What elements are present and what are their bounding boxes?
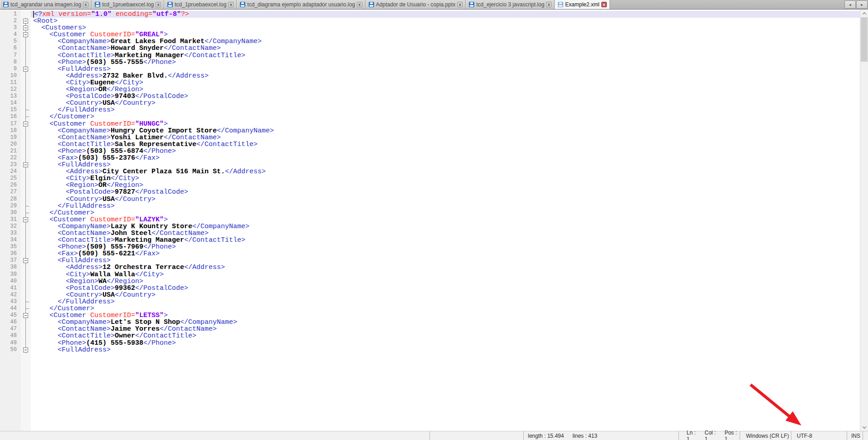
code-text[interactable]: <?xml version="1.0" encoding="utf-8"?>	[31, 11, 860, 18]
code-line[interactable]: 30 </Customer>	[0, 210, 860, 216]
code-text[interactable]: <Country>USA</Country>	[31, 292, 860, 298]
code-text[interactable]: <Customer CustomerID="LAZYK">	[31, 216, 860, 223]
code-text[interactable]: <Customer CustomerID="HUNGC">	[31, 121, 860, 127]
fold-collapse-icon[interactable]	[23, 217, 28, 222]
code-line[interactable]: 2<Root>	[0, 18, 860, 24]
code-line[interactable]: 6 <ContactName>Howard Snyder</ContactNam…	[0, 45, 860, 52]
code-line[interactable]: 29 </FullAddress>	[0, 203, 860, 210]
code-line[interactable]: 8 <Phone>(503) 555-7555</Phone>	[0, 59, 860, 66]
code-text[interactable]: <Fax>(503) 555-2376</Fax>	[31, 155, 860, 161]
code-line[interactable]: 5 <CompanyName>Great Lakes Food Market</…	[0, 38, 860, 45]
code-line[interactable]: 35 <Phone>(509) 555-7969</Phone>	[0, 244, 860, 250]
tab-4[interactable]: tcd_diagrama ejemplo adaptador usuario.l…	[237, 0, 366, 9]
code-text[interactable]: <Address>12 Orchestra Terrace</Address>	[31, 264, 860, 271]
code-line[interactable]: 48 <ContactTitle>Owner</ContactTitle>	[0, 332, 860, 339]
code-text[interactable]: <City>Walla Walla</City>	[31, 271, 860, 278]
editor-pane[interactable]: 1<?xml version="1.0" encoding="utf-8"?>2…	[0, 10, 860, 431]
code-text[interactable]: <ContactName>John Steel</ContactName>	[31, 230, 860, 237]
fold-collapse-icon[interactable]	[23, 347, 28, 352]
close-icon[interactable]: x	[357, 2, 362, 7]
fold-collapse-icon[interactable]	[23, 313, 28, 318]
code-line[interactable]: 23 <FullAddress>	[0, 161, 860, 168]
fold-collapse-icon[interactable]	[23, 25, 28, 30]
fold-marker-box[interactable]	[21, 312, 31, 319]
code-text[interactable]: <ContactName>Jaime Yorres</ContactName>	[31, 326, 860, 332]
status-encoding[interactable]: UTF-8	[791, 431, 847, 440]
code-line[interactable]: 46 <CompanyName>Let's Stop N Shop</Compa…	[0, 319, 860, 326]
code-text[interactable]: <Phone>(503) 555-7555</Phone>	[31, 59, 860, 66]
code-line[interactable]: 45 <Customer CustomerID="LETSS">	[0, 312, 860, 319]
code-line[interactable]: 37 <FullAddress>	[0, 257, 860, 264]
code-line[interactable]: 12 <Region>OR</Region>	[0, 86, 860, 93]
code-text[interactable]: </Customer>	[31, 113, 860, 120]
code-line[interactable]: 7 <ContactTitle>Marketing Manager</Conta…	[0, 52, 860, 59]
code-text[interactable]: <CompanyName>Let's Stop N Shop</CompanyN…	[31, 319, 860, 326]
code-line[interactable]: 49 <Phone>(415) 555-5938</Phone>	[0, 340, 860, 347]
code-text[interactable]: <Country>USA</Country>	[31, 100, 860, 107]
code-text[interactable]: <Root>	[31, 18, 860, 24]
code-line[interactable]: 24 <Address>City Center Plaza 516 Main S…	[0, 168, 860, 175]
close-icon[interactable]: x	[83, 2, 88, 7]
code-line[interactable]: 20 <ContactTitle>Sales Representative</C…	[0, 141, 860, 148]
code-line[interactable]: 41 <PostalCode>99362</PostalCode>	[0, 285, 860, 292]
code-line[interactable]: 9 <FullAddress>	[0, 66, 860, 73]
scrollbar-up-button[interactable]	[860, 10, 868, 17]
scrollbar-down-button[interactable]	[860, 424, 868, 431]
code-line[interactable]: 28 <Country>USA</Country>	[0, 196, 860, 203]
fold-collapse-icon[interactable]	[23, 122, 28, 127]
code-text[interactable]: <Customer CustomerID="GREAL">	[31, 31, 860, 38]
code-line[interactable]: 43 </FullAddress>	[0, 298, 860, 305]
close-icon[interactable]: x	[546, 2, 551, 7]
code-line[interactable]: 33 <ContactName>John Steel</ContactName>	[0, 230, 860, 237]
tab-3[interactable]: tcd_1pruebaexcel.logx	[164, 0, 237, 9]
code-line[interactable]: 19 <ContactName>Yoshi Latimer</ContactNa…	[0, 134, 860, 141]
code-text[interactable]: <FullAddress>	[31, 257, 860, 264]
tab-scroll-left-button[interactable]: ◄	[844, 0, 856, 9]
code-text[interactable]: <PostalCode>99362</PostalCode>	[31, 285, 860, 292]
tab-scroll-right-button[interactable]: ►	[856, 0, 868, 9]
code-text[interactable]: <Customer CustomerID="LETSS">	[31, 312, 860, 319]
code-text[interactable]: <City>Elgin</City>	[31, 175, 860, 182]
code-text[interactable]: </Customer>	[31, 210, 860, 216]
tab-7[interactable]: Example2.xmlx	[555, 0, 610, 9]
code-line[interactable]: 11 <City>Eugene</City>	[0, 79, 860, 86]
code-text[interactable]: <FullAddress>	[31, 66, 860, 73]
code-line[interactable]: 31 <Customer CustomerID="LAZYK">	[0, 216, 860, 223]
code-text[interactable]: <ContactName>Yoshi Latimer</ContactName>	[31, 134, 860, 141]
code-line[interactable]: 47 <ContactName>Jaime Yorres</ContactNam…	[0, 326, 860, 332]
code-text[interactable]: </FullAddress>	[31, 298, 860, 305]
fold-marker-box[interactable]	[21, 18, 31, 24]
code-line[interactable]: 1<?xml version="1.0" encoding="utf-8"?>	[0, 11, 860, 18]
code-line[interactable]: 34 <ContactTitle>Marketing Manager</Cont…	[0, 237, 860, 244]
tab-5[interactable]: Adptador de Usuario - copia.pptxx	[366, 0, 466, 9]
fold-marker-box[interactable]	[21, 257, 31, 264]
code-line[interactable]: 38 <Address>12 Orchestra Terrace</Addres…	[0, 264, 860, 271]
code-text[interactable]: </FullAddress>	[31, 203, 860, 210]
status-typing-mode[interactable]: INS	[847, 431, 863, 440]
code-text[interactable]: <Phone>(509) 555-7969</Phone>	[31, 244, 860, 250]
code-line[interactable]: 42 <Country>USA</Country>	[0, 292, 860, 298]
code-line[interactable]: 21 <Phone>(503) 555-6874</Phone>	[0, 148, 860, 155]
code-text[interactable]: <ContactTitle>Marketing Manager</Contact…	[31, 52, 860, 59]
fold-collapse-icon[interactable]	[23, 32, 28, 37]
code-text[interactable]: <PostalCode>97827</PostalCode>	[31, 189, 860, 196]
code-text[interactable]: <ContactTitle>Owner</ContactTitle>	[31, 332, 860, 339]
code-line[interactable]: 27 <PostalCode>97827</PostalCode>	[0, 189, 860, 196]
fold-marker-box[interactable]	[21, 347, 31, 353]
code-line[interactable]: 39 <City>Walla Walla</City>	[0, 271, 860, 278]
close-icon[interactable]: x	[156, 2, 161, 7]
status-eol-format[interactable]: Windows (CR LF)	[740, 431, 791, 440]
fold-marker-box[interactable]	[21, 216, 31, 223]
code-line[interactable]: 26 <Region>OR</Region>	[0, 182, 860, 189]
fold-collapse-icon[interactable]	[23, 67, 28, 72]
code-text[interactable]: <Fax>(509) 555-6221</Fax>	[31, 250, 860, 257]
tab-6[interactable]: tcd_ejercicio 3 javascript.logx	[466, 0, 555, 9]
code-line[interactable]: 40 <Region>WA</Region>	[0, 278, 860, 285]
code-line[interactable]: 14 <Country>USA</Country>	[0, 100, 860, 107]
code-text[interactable]: <City>Eugene</City>	[31, 79, 860, 86]
fold-marker-box[interactable]	[21, 66, 31, 73]
code-line[interactable]: 32 <CompanyName>Lazy K Kountry Store</Co…	[0, 223, 860, 230]
close-icon[interactable]: x	[228, 2, 234, 7]
code-text[interactable]: <Region>WA</Region>	[31, 278, 860, 285]
code-text[interactable]: <Region>OR</Region>	[31, 86, 860, 93]
